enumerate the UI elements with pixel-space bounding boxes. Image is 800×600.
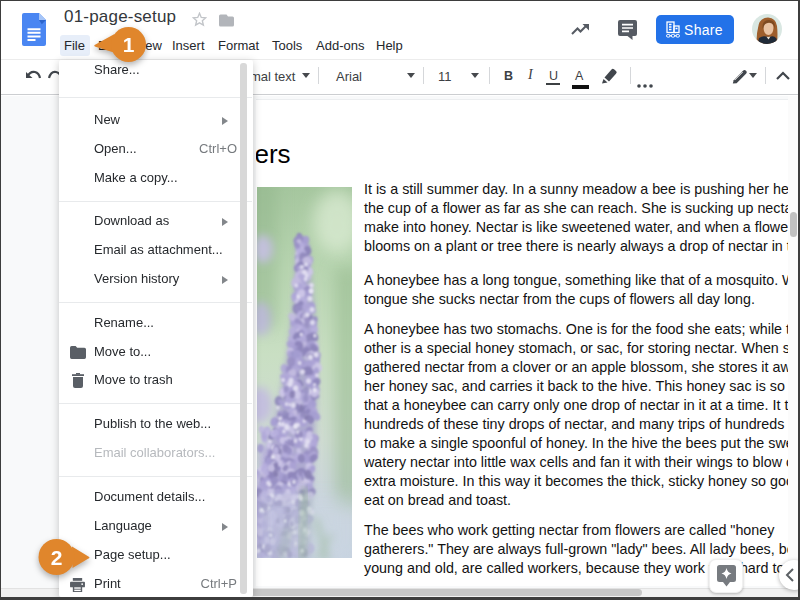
svg-text:2: 2 xyxy=(51,546,63,569)
svg-text:1: 1 xyxy=(123,33,135,56)
